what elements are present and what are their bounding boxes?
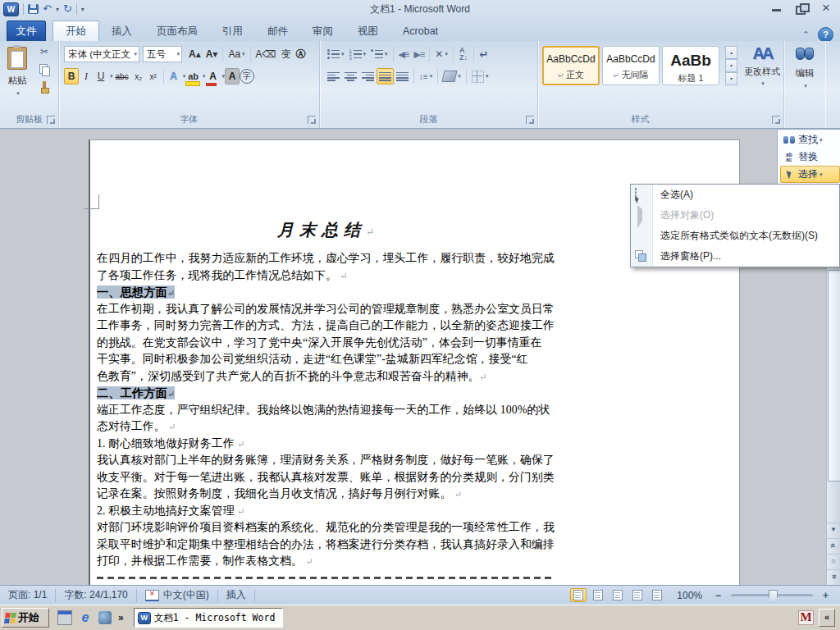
paragraph-dialog-launcher-icon[interactable] bbox=[526, 116, 534, 124]
strikethrough-button[interactable]: abc bbox=[113, 68, 131, 84]
draft-view-button[interactable] bbox=[649, 588, 665, 602]
font-dialog-launcher-icon[interactable] bbox=[308, 116, 316, 124]
scroll-down-icon[interactable]: ▼ bbox=[827, 523, 840, 536]
borders-button[interactable]: ▾ bbox=[469, 68, 491, 84]
quick-launch-app2-icon[interactable] bbox=[98, 611, 112, 624]
tab-审阅[interactable]: 审阅 bbox=[300, 21, 345, 41]
justify-button[interactable] bbox=[377, 68, 394, 84]
underline-button[interactable]: U bbox=[94, 68, 108, 84]
shading-button[interactable]: ▾ bbox=[441, 68, 463, 84]
status-language[interactable]: 中文(中国) bbox=[137, 589, 218, 602]
select-button[interactable]: 选择▾ bbox=[780, 166, 840, 183]
tab-file[interactable]: 文件 bbox=[7, 21, 46, 41]
phonetic-guide-button[interactable]: 变 bbox=[279, 46, 294, 62]
replace-button[interactable]: abac替换 bbox=[780, 148, 840, 166]
font-name-combo[interactable]: 宋体 (中文正文▾ bbox=[64, 46, 139, 62]
clear-formatting-button[interactable]: A⌫ bbox=[253, 46, 279, 62]
style-无间隔[interactable]: AaBbCcDd↵ 无间隔 bbox=[602, 46, 660, 85]
character-border-button[interactable]: Ⓐ bbox=[294, 46, 308, 62]
quick-launch-more-icon[interactable]: » bbox=[118, 612, 124, 623]
document-text[interactable]: 在四月的工作中，我努力适应新的工作环境，虚心学习，埋头工作，履行职责，较好地完成… bbox=[97, 250, 556, 579]
outline-view-button[interactable] bbox=[629, 588, 646, 602]
bold-button[interactable]: B bbox=[64, 68, 79, 84]
find-button[interactable]: 查找▾ bbox=[780, 131, 840, 148]
zoom-level[interactable]: 100% bbox=[677, 590, 702, 601]
paste-button[interactable]: 粘贴 ▾ bbox=[3, 45, 31, 107]
print-layout-view-button[interactable] bbox=[570, 588, 587, 602]
menu-item-选择窗格(P)...[interactable]: 选择窗格(P)... bbox=[631, 246, 839, 267]
scrollbar-thumb[interactable] bbox=[828, 270, 840, 482]
align-left-button[interactable] bbox=[325, 68, 342, 84]
align-center-button[interactable] bbox=[342, 68, 359, 84]
line-spacing-button[interactable]: ↕≡▾ bbox=[417, 68, 435, 84]
tab-引用[interactable]: 引用 bbox=[210, 21, 255, 41]
tab-开始[interactable]: 开始 bbox=[52, 21, 99, 41]
minimize-ribbon-icon[interactable]: ⌃ bbox=[802, 30, 810, 40]
start-button[interactable]: 开始 bbox=[2, 608, 49, 628]
tray-collapse-button[interactable]: « bbox=[819, 609, 835, 627]
distribute-button[interactable] bbox=[394, 68, 411, 84]
change-styles-button[interactable]: AA 更改样式 ▾ bbox=[742, 44, 783, 110]
superscript-button[interactable]: x² bbox=[146, 68, 161, 84]
underline-dropdown-icon[interactable]: ▾ bbox=[110, 73, 113, 80]
shrink-font-button[interactable]: A▾ bbox=[203, 46, 221, 62]
change-case-button[interactable]: Aa▾ bbox=[226, 46, 247, 62]
tab-视图[interactable]: 视图 bbox=[345, 21, 390, 41]
fullscreen-reading-view-button[interactable] bbox=[590, 588, 606, 602]
multilevel-list-button[interactable]: ▾ bbox=[368, 46, 390, 62]
paste-dropdown-icon[interactable]: ▾ bbox=[16, 90, 20, 96]
sort-button[interactable]: AZ↓ bbox=[456, 46, 471, 62]
styles-dialog-launcher-icon[interactable] bbox=[772, 116, 780, 124]
zoom-slider[interactable] bbox=[731, 594, 813, 596]
numbering-button[interactable]: 123▾ bbox=[347, 46, 369, 62]
align-right-button[interactable] bbox=[359, 68, 377, 84]
clipboard-dialog-launcher-icon[interactable] bbox=[47, 116, 55, 124]
restore-button[interactable] bbox=[794, 3, 809, 13]
zoom-slider-thumb[interactable] bbox=[769, 590, 778, 602]
close-button[interactable]: ✕ bbox=[819, 3, 833, 13]
internet-explorer-icon[interactable]: e bbox=[79, 611, 92, 624]
copy-icon[interactable] bbox=[38, 63, 51, 75]
next-page-icon[interactable]: « bbox=[827, 569, 840, 583]
status-page[interactable]: 页面: 1/1 bbox=[0, 589, 56, 602]
tab-邮件[interactable]: 邮件 bbox=[255, 21, 300, 41]
quick-launch-app-icon[interactable] bbox=[57, 610, 72, 625]
enclose-characters-button[interactable]: 字 bbox=[240, 69, 254, 84]
subscript-button[interactable]: x₂ bbox=[131, 68, 146, 84]
gallery-up-icon[interactable]: ▴ bbox=[725, 46, 737, 59]
editing-button[interactable]: 编辑 ▾ bbox=[788, 44, 822, 112]
zoom-out-button[interactable]: − bbox=[712, 590, 724, 601]
cut-icon[interactable]: ✂ bbox=[38, 46, 51, 58]
minimize-button[interactable] bbox=[769, 3, 784, 13]
style-标题 1[interactable]: AaBb标题 1 bbox=[662, 46, 719, 85]
chevron-down-icon[interactable]: ▾ bbox=[134, 51, 137, 57]
web-layout-view-button[interactable] bbox=[609, 588, 626, 602]
text-highlight-button[interactable]: ab bbox=[185, 68, 201, 84]
decrease-indent-button[interactable]: ◀≡ bbox=[396, 46, 412, 62]
zoom-in-button[interactable]: + bbox=[819, 590, 832, 601]
status-word-count[interactable]: 字数: 24/1,170 bbox=[56, 589, 136, 602]
gallery-more-icon[interactable]: ▾ bbox=[725, 72, 737, 85]
select-browse-object-icon[interactable]: ○ bbox=[827, 554, 840, 568]
tab-Acrobat[interactable]: Acrobat bbox=[390, 21, 450, 41]
character-shading-button[interactable]: A bbox=[225, 68, 240, 84]
gallery-down-icon[interactable]: ▾ bbox=[725, 59, 737, 72]
asian-layout-button[interactable]: ✕▾ bbox=[432, 46, 450, 62]
previous-page-icon[interactable]: « bbox=[827, 538, 840, 552]
increase-indent-button[interactable]: ▶≡ bbox=[411, 46, 427, 62]
format-painter-icon[interactable] bbox=[38, 80, 51, 93]
style-正文[interactable]: AaBbCcDd↵ 正文 bbox=[542, 46, 600, 85]
tab-插入[interactable]: 插入 bbox=[99, 21, 144, 41]
taskbar-word-task[interactable]: W 文档1 - Microsoft Word bbox=[134, 608, 283, 628]
chevron-down-icon[interactable]: ▾ bbox=[176, 51, 180, 57]
show-hide-marks-button[interactable]: ↵ bbox=[477, 46, 491, 62]
tab-页面布局[interactable]: 页面布局 bbox=[144, 21, 210, 41]
document-title[interactable]: 月末总结↵ bbox=[97, 219, 555, 241]
menu-item-全选(A)[interactable]: 全选(A) bbox=[631, 185, 839, 205]
font-color-button[interactable]: A bbox=[206, 68, 221, 84]
italic-button[interactable]: I bbox=[79, 68, 94, 84]
status-insert-mode[interactable]: 插入 bbox=[218, 589, 255, 602]
grow-font-button[interactable]: A▴ bbox=[186, 46, 203, 62]
menu-item-选定所有格式类似的文本(无数据)(S)[interactable]: 选定所有格式类似的文本(无数据)(S) bbox=[631, 226, 839, 246]
text-effects-button[interactable]: A bbox=[167, 68, 181, 84]
